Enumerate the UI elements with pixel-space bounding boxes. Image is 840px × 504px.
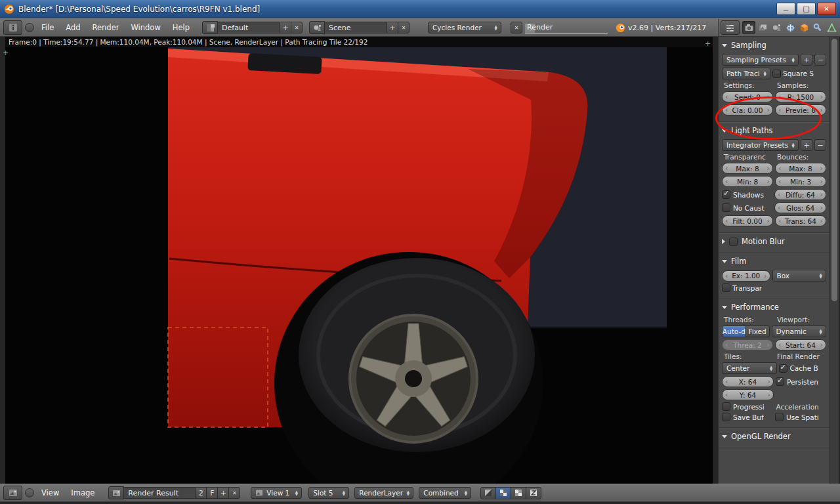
start-resolution-field[interactable]: Start: 64 (775, 339, 826, 350)
new-image-button[interactable] (217, 487, 229, 499)
collapse-menus-icon[interactable] (25, 23, 34, 32)
use-spatial-splits-checkbox[interactable] (775, 413, 784, 421)
window-minimize-button[interactable] (776, 3, 795, 15)
screen-layout-icon (206, 24, 215, 32)
menu-view[interactable]: View (37, 488, 64, 497)
filter-type-dropdown[interactable]: Box (772, 270, 827, 282)
light-paths-panel-header[interactable]: Light Paths (722, 124, 826, 137)
threads-auto-toggle[interactable]: Auto-d (722, 326, 746, 337)
integrator-presets-dropdown[interactable]: Integrator Presets (722, 139, 799, 151)
scene-field[interactable]: Scene (324, 22, 387, 33)
glossy-bounces-field[interactable]: Glos: 64 (774, 202, 826, 213)
menu-help[interactable]: Help (168, 23, 194, 32)
bounces-min-field[interactable]: Min: 3 (775, 176, 826, 187)
render-samples-field[interactable]: R: 1500 (775, 91, 826, 102)
tab-render-layers[interactable] (756, 21, 769, 34)
remove-sampling-preset-button[interactable] (814, 54, 826, 66)
draw-channel-color-button[interactable] (480, 487, 496, 499)
no-caustics-checkbox[interactable] (722, 203, 730, 212)
delete-scene-button[interactable] (398, 22, 410, 33)
unlink-image-button[interactable] (228, 487, 240, 499)
tile-order-dropdown[interactable]: Center (722, 362, 777, 374)
fake-user-button[interactable]: F (206, 487, 218, 499)
add-integrator-preset-button[interactable] (801, 139, 812, 151)
save-buffers-checkbox[interactable] (722, 413, 730, 421)
render-layer-dropdown[interactable]: RenderLayer (354, 487, 413, 499)
collapse-menus-icon[interactable] (25, 488, 34, 497)
menu-add[interactable]: Add (61, 23, 85, 32)
window-titlebar[interactable]: Blender* [D:\Personal\Speed Evolution\ca… (0, 0, 840, 18)
opengl-render-panel-header[interactable]: OpenGL Render (722, 430, 826, 443)
integrator-mode-dropdown[interactable]: Path Traci (722, 68, 770, 79)
tab-world[interactable] (784, 21, 797, 34)
cancel-render-button[interactable] (511, 22, 522, 33)
motion-blur-panel-header[interactable]: Motion Blur (722, 235, 826, 248)
image-editor-type-button[interactable] (3, 486, 22, 500)
draw-channel-z-button[interactable] (526, 487, 541, 499)
properties-editor-type-button[interactable] (721, 20, 740, 35)
sampling-panel-header[interactable]: Sampling (722, 39, 826, 52)
menu-file[interactable]: File (37, 23, 58, 32)
transparent-checkbox[interactable] (722, 284, 730, 292)
render-pass-dropdown[interactable]: Combined (419, 487, 471, 499)
render-engine-dropdown[interactable]: Cycles Render (428, 22, 501, 33)
film-panel-header[interactable]: Film (722, 255, 826, 268)
threads-fixed-toggle[interactable]: Fixed (746, 326, 770, 337)
threads-count-field: Threa: 2 (722, 339, 773, 350)
browse-image-button[interactable] (108, 486, 124, 499)
area-split-widget[interactable]: + (3, 50, 9, 56)
image-users-button[interactable]: 2 (195, 487, 207, 499)
sampling-presets-dropdown[interactable]: Sampling Presets (722, 54, 799, 66)
preview-samples-field[interactable]: Previe: 6 (775, 104, 826, 116)
tile-y-field[interactable]: Y: 64 (722, 389, 774, 400)
tab-object-data[interactable] (825, 21, 838, 34)
delete-screen-layout-button[interactable] (291, 22, 303, 33)
performance-panel: Performance Threads: Viewport: Auto-d Fi… (719, 299, 830, 428)
add-sampling-preset-button[interactable] (801, 54, 812, 66)
area-split-widget[interactable]: + (705, 41, 711, 47)
remove-integrator-preset-button[interactable] (814, 139, 826, 151)
persistent-images-checkbox[interactable] (776, 377, 784, 386)
browse-screen-layout-button[interactable] (202, 21, 218, 34)
add-screen-layout-button[interactable] (280, 22, 291, 33)
add-scene-button[interactable] (387, 22, 398, 33)
image-name-field[interactable]: Render Result (123, 487, 196, 499)
window-maximize-button[interactable] (797, 3, 816, 15)
transparency-max-field[interactable]: Max: 8 (722, 163, 773, 174)
progressive-refine-checkbox[interactable] (722, 402, 730, 411)
tab-render[interactable] (742, 21, 755, 34)
screen-layout-field[interactable]: Default (217, 22, 280, 33)
browse-scene-button[interactable] (309, 21, 325, 34)
tab-scene[interactable] (770, 21, 783, 34)
draw-channel-alpha-button[interactable] (511, 487, 526, 499)
motion-blur-checkbox[interactable] (729, 238, 738, 246)
square-samples-checkbox[interactable] (772, 70, 781, 78)
view-dropdown[interactable]: View 1 (251, 487, 302, 499)
menu-window[interactable]: Window (126, 23, 165, 32)
tab-object[interactable] (797, 21, 810, 34)
exposure-field[interactable]: Ex: 1.00 (722, 270, 770, 282)
color-alpha-channel-icon (499, 489, 507, 497)
viewport-bvh-dropdown[interactable]: Dynamic (772, 326, 827, 337)
tab-modifiers[interactable] (811, 21, 824, 34)
seed-field[interactable]: Seed: 0 (722, 91, 773, 102)
cache-bvh-checkbox[interactable] (779, 364, 788, 373)
transmission-bounces-field[interactable]: Trans: 64 (775, 215, 826, 226)
menu-render[interactable]: Render (88, 23, 124, 32)
performance-panel-header[interactable]: Performance (722, 301, 826, 314)
tile-x-field[interactable]: X: 64 (722, 376, 774, 387)
scrollbar-thumb[interactable] (831, 39, 837, 301)
window-close-button[interactable] (817, 3, 836, 15)
draw-channel-color-alpha-button[interactable] (495, 487, 511, 499)
menu-image[interactable]: Image (66, 488, 99, 497)
clamp-field[interactable]: Cla: 0.00 (722, 104, 773, 116)
editor-type-button[interactable] (3, 20, 22, 35)
render-slot-dropdown[interactable]: Slot 5 (308, 487, 349, 499)
diffuse-bounces-field[interactable]: Diffu: 64 (774, 189, 826, 200)
properties-scrollbar[interactable] (830, 37, 839, 484)
shadows-checkbox[interactable] (722, 190, 730, 199)
bounces-max-field[interactable]: Max: 8 (775, 163, 826, 174)
filter-glossy-field[interactable]: Filt: 0.00 (722, 215, 773, 226)
transparency-min-field[interactable]: Min: 8 (722, 176, 773, 187)
alpha-channel-icon (514, 489, 522, 497)
